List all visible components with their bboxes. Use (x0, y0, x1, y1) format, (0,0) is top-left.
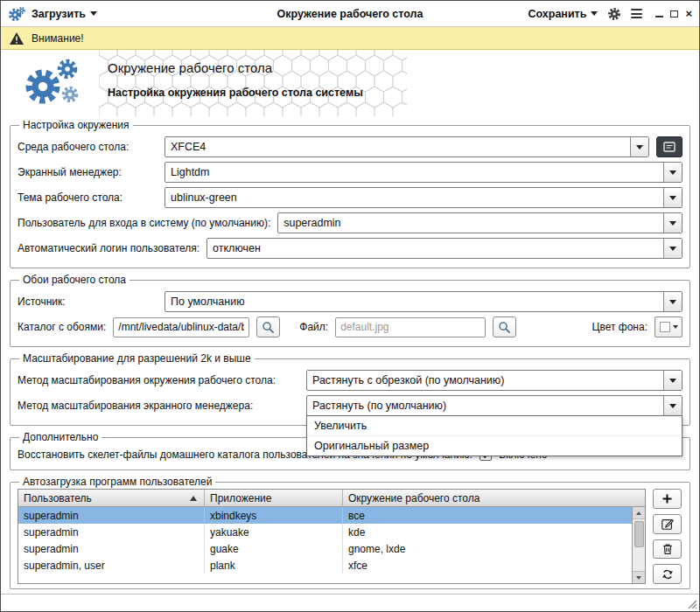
chevron-down-icon (669, 404, 676, 408)
dropdown-option[interactable]: Увеличить (307, 416, 682, 435)
login-user-select[interactable]: superadmin (277, 212, 682, 233)
warning-banner: Внимание! (1, 27, 699, 50)
scaling-dm-label: Метод масштабирования экранного менеджер… (18, 400, 299, 412)
table-rows: superadmin xbindkeys все superadmin yaku… (18, 507, 632, 583)
close-button[interactable]: × (685, 10, 692, 18)
wallpaper-source-select[interactable]: По умолчанию (164, 291, 682, 312)
browse-directory-button[interactable] (256, 316, 280, 337)
dropdown-option[interactable]: Оригинальный размер (307, 435, 682, 456)
warning-text: Внимание! (32, 32, 84, 45)
scaling-dm-select[interactable]: Растянуть (по умолчанию) (306, 395, 682, 416)
settings-button[interactable] (607, 7, 621, 21)
wallpaper-source-label: Источник: (18, 296, 158, 308)
scroll-up-button[interactable] (633, 507, 645, 519)
wallpaper-source-dropdown-button[interactable] (663, 292, 682, 311)
column-header-env[interactable]: Окружение рабочего стола (343, 490, 645, 506)
warning-icon (9, 31, 24, 45)
display-manager-select[interactable]: Lightdm (164, 162, 682, 183)
table-row[interactable]: superadmin yakuake kde (18, 524, 632, 540)
minimize-button[interactable] (655, 10, 663, 17)
chevron-down-icon (673, 325, 678, 329)
maximize-button[interactable] (670, 10, 678, 17)
autostart-group: Автозагрузка программ пользователей Поль… (10, 476, 690, 589)
content: Настройка окружения Среда рабочего стола… (1, 116, 699, 594)
scaling-desktop-dropdown-button[interactable] (663, 371, 682, 390)
theme-label: Тема рабочего стола: (18, 191, 158, 204)
scaling-group: Масштабирование для разрешений 2k и выше… (10, 352, 690, 426)
autostart-actions (653, 489, 682, 584)
display-manager-dropdown-button[interactable] (663, 163, 682, 182)
header-subtitle: Настройка окружения рабочего стола систе… (108, 87, 363, 99)
edit-entry-button[interactable] (653, 514, 682, 534)
main-menu-button[interactable] (631, 9, 642, 18)
color-swatch (660, 322, 670, 332)
display-manager-value: Lightdm (165, 166, 663, 178)
scrollbar-thumb[interactable] (634, 521, 644, 547)
wallpaper-directory-input[interactable] (113, 317, 249, 337)
login-user-value: superadmin (278, 217, 663, 229)
autologin-dropdown-button[interactable] (663, 239, 682, 258)
table-row[interactable]: superadmin guake gnome, lxde (18, 540, 632, 557)
triangle-down-icon (636, 576, 641, 580)
chevron-down-icon (636, 145, 643, 150)
additional-legend: Дополнительно (19, 431, 102, 443)
refresh-button[interactable] (653, 564, 682, 584)
chevron-down-icon (591, 11, 598, 16)
scaling-dm-dropdown-button[interactable] (663, 396, 682, 415)
scaling-dm-dropdown-list: Увеличить Оригинальный размер (306, 415, 682, 456)
app-logo-gears-icon (17, 55, 92, 114)
theme-dropdown-button[interactable] (663, 188, 682, 207)
environment-info-button[interactable] (656, 136, 682, 157)
autostart-legend: Автозагрузка программ пользователей (19, 476, 215, 488)
table-header: Пользователь Приложение Окружение рабоче… (18, 490, 645, 507)
autologin-label: Автоматический логин пользователя: (18, 242, 200, 254)
edit-icon (661, 517, 675, 531)
browse-file-button[interactable] (493, 316, 516, 337)
scroll-down-button[interactable] (633, 571, 645, 583)
table-row[interactable]: superadmin xbindkeys все (18, 507, 632, 524)
bg-color-picker-button[interactable] (654, 316, 682, 337)
load-menu-label: Загрузить (32, 8, 86, 20)
theme-select[interactable]: ublinux-green (164, 187, 682, 208)
wallpaper-file-input[interactable] (335, 317, 486, 337)
wallpaper-legend: Обои рабочего стола (19, 274, 130, 286)
scaling-desktop-value: Растянуть с обрезкой (по умолчанию) (307, 374, 663, 386)
window-title: Окружение рабочего стола (218, 8, 482, 20)
bg-color-label: Цвет фона: (592, 321, 648, 333)
autologin-select[interactable]: отключен (206, 238, 682, 259)
wallpaper-group: Обои рабочего стола Источник: По умолчан… (10, 274, 690, 347)
column-header-app[interactable]: Приложение (205, 490, 343, 506)
search-icon (262, 321, 275, 334)
desktop-env-dropdown-button[interactable] (630, 137, 648, 156)
scaling-dm-value: Растянуть (по умолчанию) (307, 400, 663, 412)
add-entry-button[interactable] (653, 489, 682, 509)
load-menu-button[interactable]: Загрузить (32, 8, 97, 20)
app-gears-icon (8, 6, 25, 22)
chevron-down-icon (90, 11, 97, 16)
chevron-down-icon (669, 300, 676, 304)
triangle-up-icon (636, 511, 641, 515)
scaling-desktop-label: Метод масштабирования окружения рабочего… (18, 374, 299, 386)
delete-entry-button[interactable] (653, 539, 682, 560)
login-user-label: Пользователь для входа в систему (по умо… (18, 217, 270, 229)
chevron-down-icon (669, 379, 676, 383)
login-user-dropdown-button[interactable] (663, 213, 682, 233)
wallpaper-directory-label: Каталог с обоями: (18, 321, 106, 333)
desktop-env-value: XFCE4 (165, 141, 630, 153)
column-header-user[interactable]: Пользователь (18, 490, 205, 506)
scaling-desktop-select[interactable]: Растянуть с обрезкой (по умолчанию) (306, 370, 682, 391)
wallpaper-source-value: По умолчанию (165, 296, 663, 308)
list-icon (663, 142, 676, 152)
table-row[interactable]: superadmin, user plank xfce (18, 557, 632, 574)
save-menu-button[interactable]: Сохранить (528, 8, 598, 20)
resize-grip[interactable] (686, 598, 697, 609)
titlebar: Загрузить Окружение рабочего стола Сохра… (1, 1, 699, 27)
desktop-env-select[interactable]: XFCE4 (164, 136, 649, 157)
autostart-table: Пользователь Приложение Окружение рабоче… (18, 489, 646, 584)
desktop-env-label: Среда рабочего стола: (18, 141, 158, 153)
app-header: Окружение рабочего стола Настройка окруж… (1, 50, 699, 116)
header-title: Окружение рабочего стола (108, 60, 363, 75)
environment-legend: Настройка окружения (19, 119, 133, 131)
table-scrollbar[interactable] (632, 507, 645, 583)
environment-group: Настройка окружения Среда рабочего стола… (10, 119, 690, 268)
